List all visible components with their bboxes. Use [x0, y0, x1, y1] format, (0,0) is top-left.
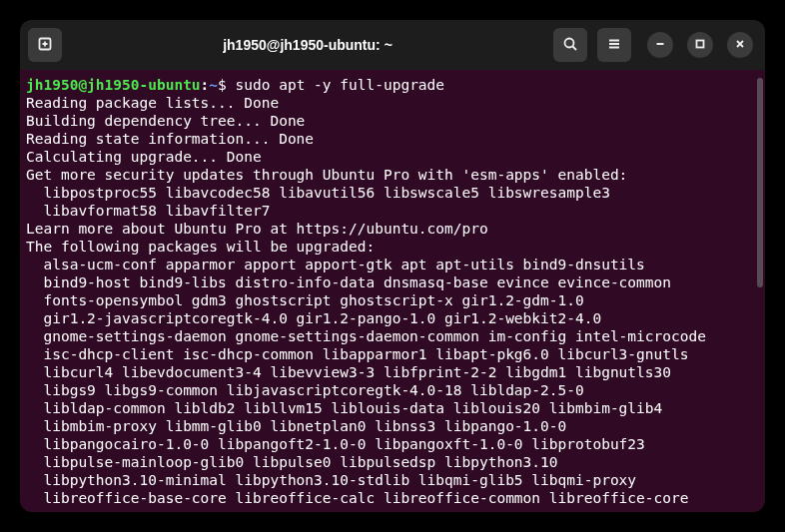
prompt-user-host: jh1950@jh1950-ubuntu: [26, 77, 201, 93]
search-icon: [562, 36, 578, 55]
maximize-button[interactable]: [687, 32, 713, 58]
close-icon: [734, 37, 746, 53]
menu-button[interactable]: [597, 28, 631, 62]
search-button[interactable]: [553, 28, 587, 62]
minimize-button[interactable]: [647, 32, 673, 58]
command-output: Reading package lists... Done Building d…: [26, 95, 706, 506]
hamburger-icon: [606, 36, 622, 55]
window-title: jh1950@jh1950-ubuntu: ~: [68, 37, 547, 53]
prompt-path: ~: [209, 77, 218, 93]
terminal-window: jh1950@jh1950-ubuntu: ~: [20, 20, 765, 512]
minimize-icon: [654, 37, 666, 53]
prompt-symbol: $: [218, 77, 227, 93]
maximize-icon: [694, 37, 706, 53]
new-tab-icon: [37, 36, 53, 55]
terminal-body[interactable]: jh1950@jh1950-ubuntu:~$ sudo apt -y full…: [20, 70, 765, 512]
svg-point-3: [565, 38, 574, 47]
svg-line-4: [573, 46, 577, 50]
new-tab-button[interactable]: [28, 28, 62, 62]
titlebar: jh1950@jh1950-ubuntu: ~: [20, 20, 765, 70]
close-button[interactable]: [727, 32, 753, 58]
scrollbar-thumb[interactable]: [757, 78, 763, 287]
command-text: sudo apt -y full-upgrade: [236, 77, 445, 93]
terminal-content: jh1950@jh1950-ubuntu:~$ sudo apt -y full…: [26, 76, 765, 507]
svg-rect-9: [697, 41, 704, 48]
